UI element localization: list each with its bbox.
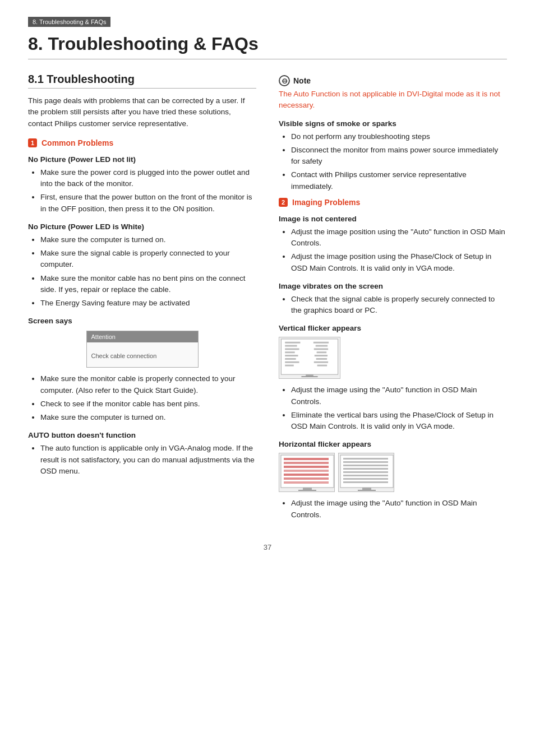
left-column: 8.1 Troubleshooting This page deals with… — [28, 73, 256, 526]
intro-text: This page deals with problems that can b… — [28, 95, 256, 129]
sub4-list: The auto function is applicable only in … — [28, 443, 256, 477]
main-title: 8. Troubleshooting & FAQs — [28, 34, 507, 59]
img3-list: Adjust the image using the "Auto" functi… — [279, 384, 507, 432]
list-item: Adjust the image position using the "Aut… — [291, 226, 507, 249]
list-item: Contact with Philips customer service re… — [291, 169, 507, 192]
svg-rect-40 — [343, 481, 388, 483]
svg-rect-8 — [285, 361, 299, 363]
svg-rect-34 — [343, 461, 388, 463]
section1-label: Common Problems — [41, 138, 113, 147]
page-number: 37 — [28, 543, 507, 551]
note-header: ⊖ Note — [279, 75, 507, 86]
svg-rect-27 — [284, 477, 329, 480]
note-label: Note — [293, 76, 311, 85]
screen-says-title: Attention — [87, 331, 198, 342]
note-icon: ⊖ — [279, 75, 290, 86]
list-item: First, ensure that the power button on t… — [40, 192, 256, 215]
svg-rect-17 — [317, 365, 328, 367]
list-item: Make sure the monitor cable is properly … — [40, 373, 256, 396]
svg-rect-5 — [285, 352, 295, 354]
list-item: Adjust the image using the "Auto" functi… — [291, 498, 507, 521]
vis-heading: Visible signs of smoke or sparks — [279, 119, 507, 128]
section-heading: 8.1 Troubleshooting — [28, 73, 256, 89]
section2-header: 2 Imaging Problems — [279, 198, 507, 207]
svg-rect-35 — [343, 465, 388, 466]
vertical-flicker-image — [279, 337, 340, 379]
svg-rect-13 — [317, 352, 327, 354]
list-item: The Energy Saving feature may be activat… — [40, 298, 256, 309]
img3-heading: Vertical flicker appears — [279, 324, 507, 332]
svg-rect-23 — [284, 462, 329, 464]
svg-rect-14 — [315, 355, 328, 356]
page: 8. Troubleshooting & FAQs 8. Troubleshoo… — [0, 0, 535, 756]
list-item: Disconnect the monitor from mains power … — [291, 145, 507, 168]
svg-rect-19 — [301, 376, 317, 377]
list-item: Check to see if the monitor cable has be… — [40, 398, 256, 410]
svg-rect-25 — [284, 470, 329, 472]
svg-rect-1 — [281, 339, 338, 374]
hflicker-right — [338, 453, 394, 492]
list-item: Make sure the power cord is plugged into… — [40, 167, 256, 190]
svg-rect-2 — [285, 342, 300, 344]
note-text: The Auto Function is not applicable in D… — [279, 89, 507, 112]
section2-label: Imaging Problems — [292, 198, 360, 207]
svg-rect-39 — [343, 478, 388, 480]
svg-rect-10 — [313, 342, 329, 344]
svg-rect-26 — [284, 474, 329, 476]
hflicker-left — [279, 453, 335, 492]
img2-list: Check that the signal cable is properly … — [279, 294, 507, 317]
svg-rect-6 — [285, 355, 298, 356]
list-item: Eliminate the vertical bars using the Ph… — [291, 410, 507, 433]
list-item: Check that the signal cable is properly … — [291, 294, 507, 317]
note-box: ⊖ Note The Auto Function is not applicab… — [279, 75, 507, 112]
sub3-list: Make sure the monitor cable is properly … — [28, 373, 256, 423]
svg-rect-28 — [284, 481, 329, 484]
svg-rect-22 — [284, 458, 329, 460]
svg-rect-4 — [285, 349, 299, 350]
list-item: Adjust the image using the "Auto" functi… — [291, 384, 507, 407]
svg-rect-33 — [343, 458, 388, 460]
list-item: The auto function is applicable only in … — [40, 443, 256, 477]
svg-rect-7 — [285, 358, 296, 360]
svg-rect-11 — [316, 345, 328, 347]
svg-rect-3 — [285, 345, 297, 347]
sub2-heading: No Picture (Power LED is White) — [28, 222, 256, 231]
sub1-list: Make sure the power cord is plugged into… — [28, 167, 256, 215]
section1-badge: 1 — [28, 138, 37, 147]
horizontal-flicker-image — [279, 453, 507, 492]
two-column-layout: 8.1 Troubleshooting This page deals with… — [28, 73, 507, 526]
svg-rect-42 — [358, 490, 376, 491]
img1-heading: Image is not centered — [279, 215, 507, 223]
list-item: Make sure the signal cable is properly c… — [40, 248, 256, 271]
svg-rect-38 — [343, 475, 388, 476]
list-item: Do not perform any troubleshooting steps — [291, 131, 507, 142]
img4-list: Adjust the image using the "Auto" functi… — [279, 498, 507, 521]
vis-list: Do not perform any troubleshooting steps… — [279, 131, 507, 192]
sub3-heading: Screen says — [28, 317, 256, 325]
screen-says-box: Attention Check cable connection — [86, 331, 199, 368]
svg-rect-36 — [343, 468, 388, 470]
section1-header: 1 Common Problems — [28, 138, 256, 147]
svg-rect-16 — [314, 361, 328, 363]
svg-rect-9 — [285, 365, 294, 367]
img1-list: Adjust the image position using the "Aut… — [279, 226, 507, 274]
svg-rect-24 — [284, 466, 329, 468]
list-item: Make sure the computer is turned on. — [40, 412, 256, 423]
breadcrumb: 8. Troubleshooting & FAQs — [28, 17, 110, 27]
section2-badge: 2 — [279, 198, 288, 207]
sub1-heading: No Picture (Power LED not lit) — [28, 155, 256, 164]
list-item: Adjust the image position using the Phas… — [291, 251, 507, 274]
sub4-heading: AUTO button doesn't function — [28, 431, 256, 439]
svg-rect-30 — [298, 490, 316, 491]
svg-rect-12 — [314, 349, 328, 350]
right-column: ⊖ Note The Auto Function is not applicab… — [279, 73, 507, 526]
list-item: Make sure the computer is turned on. — [40, 234, 256, 245]
svg-rect-37 — [343, 471, 388, 473]
list-item: Make sure the monitor cable has no bent … — [40, 273, 256, 296]
screen-says-body: Check cable connection — [87, 342, 198, 367]
img4-heading: Horizontal flicker appears — [279, 440, 507, 448]
sub2-list: Make sure the computer is turned on. Mak… — [28, 234, 256, 309]
svg-rect-15 — [316, 358, 327, 360]
img2-heading: Image vibrates on the screen — [279, 282, 507, 290]
